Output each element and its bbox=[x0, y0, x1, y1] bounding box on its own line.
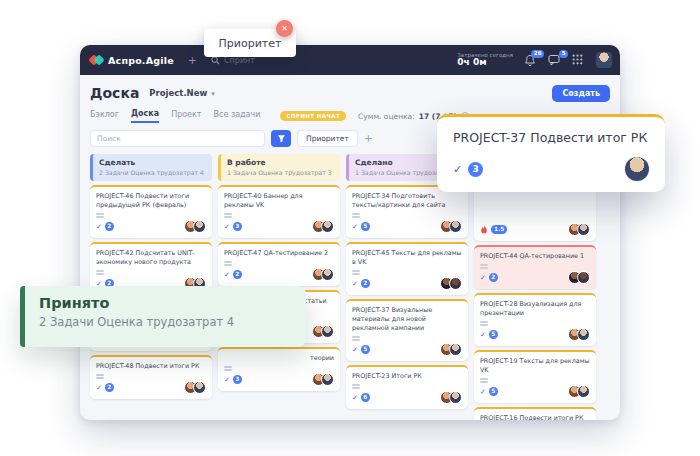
task-title: PROJECT-45 Тексты для рекламы в VK bbox=[352, 249, 462, 267]
avatar bbox=[321, 373, 334, 386]
accepted-title: Принято bbox=[39, 295, 292, 311]
check-icon bbox=[352, 346, 358, 354]
check-icon bbox=[480, 388, 486, 396]
project-select[interactable]: Project.New bbox=[149, 88, 215, 98]
column-meta: 1 Задача Оценка трудозатрат 3 bbox=[227, 169, 334, 176]
subtask-counter: 2 bbox=[352, 279, 370, 288]
subtask-counter: 5 bbox=[480, 330, 498, 339]
task-title: PROJECT-23 Итоги РК bbox=[352, 372, 462, 381]
filter-button[interactable] bbox=[271, 130, 291, 147]
create-button[interactable]: Создать bbox=[552, 85, 610, 102]
check-icon bbox=[224, 271, 230, 279]
subtask-counter: 3 bbox=[224, 222, 242, 231]
messages-button[interactable]: 5 bbox=[548, 54, 561, 67]
description-icon bbox=[352, 336, 360, 338]
count-badge: 2 bbox=[361, 279, 370, 288]
logo-icon bbox=[90, 54, 103, 66]
check-icon bbox=[480, 331, 486, 339]
task-title: PROJECT-47 QA-тестирование 2 bbox=[224, 249, 334, 258]
description-icon bbox=[352, 384, 360, 386]
apps-menu-button[interactable] bbox=[572, 54, 585, 67]
subtask-counter: 2 bbox=[96, 222, 114, 231]
project-select-value: Project.New bbox=[149, 88, 207, 98]
task-title: теории bbox=[224, 354, 334, 363]
avatar bbox=[625, 157, 649, 181]
task-title: PROJECT-40 Баннер для рекламы VK bbox=[224, 192, 334, 210]
tab-backlog[interactable]: Бэклог bbox=[90, 110, 119, 122]
sprint-status-badge: СПРИНТ НАЧАТ bbox=[280, 111, 346, 121]
score-label: Сумм. оценка: bbox=[358, 112, 415, 121]
notifications-button[interactable]: 26 bbox=[524, 54, 537, 67]
task-card[interactable]: PROJECT-19 Тексты для рекламы VK 5 bbox=[474, 350, 596, 403]
description-icon bbox=[96, 374, 104, 376]
avatars bbox=[312, 325, 334, 338]
add-filter-icon[interactable]: + bbox=[364, 133, 373, 144]
task-title: PROJECT-44 QA-тестирование 1 bbox=[480, 252, 590, 261]
avatar bbox=[449, 391, 462, 404]
funnel-icon bbox=[277, 134, 286, 143]
task-title: PROJECT-37 Визуальные материалы для ново… bbox=[352, 306, 462, 333]
avatar bbox=[193, 381, 206, 394]
count-badge: 5 bbox=[361, 345, 370, 354]
time-tracker[interactable]: Затрачено сегодня 0ч 0м bbox=[457, 52, 513, 68]
task-popup-card[interactable]: PROJECT-37 Подвести итог РК 3 bbox=[437, 114, 665, 192]
avatar bbox=[449, 277, 462, 290]
task-card[interactable]: PROJECT-46 Подвести итоги предыдущей РК … bbox=[90, 185, 212, 238]
logo-text: Аспро.Agile bbox=[108, 55, 174, 66]
accepted-column-header: Принято 2 Задачи Оценка трудозатрат 4 bbox=[20, 286, 306, 347]
description-icon bbox=[224, 213, 232, 215]
description-icon bbox=[480, 321, 488, 323]
task-card[interactable]: PROJECT-37 Визуальные материалы для ново… bbox=[346, 299, 468, 361]
task-card[interactable]: PROJECT-45 Тексты для рекламы в VK 2 bbox=[346, 242, 468, 295]
check-icon bbox=[453, 163, 462, 176]
description-icon bbox=[480, 264, 488, 266]
count-badge: 2 bbox=[489, 273, 498, 282]
task-card[interactable]: теории 3 bbox=[218, 347, 340, 391]
add-icon[interactable] bbox=[188, 54, 197, 67]
task-card[interactable]: PROJECT-16 Подвести итоги РК bbox=[474, 407, 596, 420]
tab-all-tasks[interactable]: Все задачи bbox=[214, 110, 261, 122]
priority-filter-chip[interactable]: Приоритет bbox=[297, 130, 358, 147]
column-review: 1.5 PROJECT-44 QA-тестирование 1 2 bbox=[474, 154, 596, 420]
deadline-counter: 1.5 bbox=[480, 225, 507, 234]
avatars bbox=[312, 220, 334, 233]
count-badge: 2 bbox=[105, 222, 114, 231]
task-card[interactable]: PROJECT-48 Подвести итоги РК 2 bbox=[90, 355, 212, 399]
count-badge: 2 bbox=[105, 383, 114, 392]
check-icon bbox=[352, 223, 358, 231]
close-icon[interactable] bbox=[276, 20, 293, 37]
column-in-progress: В работе 1 Задача Оценка трудозатрат 3 P… bbox=[218, 154, 340, 391]
subtask-counter: 6 bbox=[352, 393, 370, 402]
avatar bbox=[321, 325, 334, 338]
avatars bbox=[184, 220, 206, 233]
tab-project[interactable]: Проект bbox=[171, 110, 201, 122]
task-card[interactable]: PROJECT-28 Визуализация для презентации … bbox=[474, 293, 596, 346]
app-logo[interactable]: Аспро.Agile bbox=[90, 54, 174, 66]
task-title: PROJECT-19 Тексты для рекламы VK bbox=[480, 357, 590, 375]
user-avatar[interactable] bbox=[596, 52, 612, 68]
accepted-meta: 2 Задачи Оценка трудозатрат 4 bbox=[39, 315, 292, 329]
column-title: Сделать bbox=[99, 158, 206, 167]
check-icon bbox=[96, 223, 102, 231]
task-card-alert[interactable]: PROJECT-44 QA-тестирование 1 2 bbox=[474, 245, 596, 289]
task-card[interactable]: 1.5 bbox=[474, 185, 596, 241]
avatars bbox=[312, 373, 334, 386]
task-title: PROJECT-34 Подготовить тексты/картинки д… bbox=[352, 192, 462, 210]
task-card[interactable]: PROJECT-23 Итоги РК 6 bbox=[346, 365, 468, 409]
task-card[interactable]: PROJECT-47 QA-тестирование 2 2 bbox=[218, 242, 340, 286]
column-header: Сделать 2 Задачи Оценка трудозатрат 4 bbox=[90, 154, 212, 181]
tab-board[interactable]: Доска bbox=[131, 109, 159, 123]
check-icon bbox=[224, 223, 230, 231]
avatar bbox=[449, 343, 462, 356]
search-input[interactable] bbox=[90, 130, 265, 147]
task-card[interactable]: PROJECT-40 Баннер для рекламы VK 3 bbox=[218, 185, 340, 238]
column-todo: Сделать 2 Задачи Оценка трудозатрат 4 PR… bbox=[90, 154, 212, 399]
avatars bbox=[440, 220, 462, 233]
check-icon bbox=[480, 274, 486, 282]
description-icon bbox=[352, 213, 360, 215]
task-card[interactable]: PROJECT-34 Подготовить тексты/картинки д… bbox=[346, 185, 468, 238]
count-badge: 5 bbox=[361, 222, 370, 231]
avatars bbox=[568, 223, 590, 236]
task-popup-title: PROJECT-37 Подвести итог РК bbox=[453, 130, 649, 145]
column-done: Сделано 1 Задача Оценка трудозатрат PROJ… bbox=[346, 154, 468, 409]
